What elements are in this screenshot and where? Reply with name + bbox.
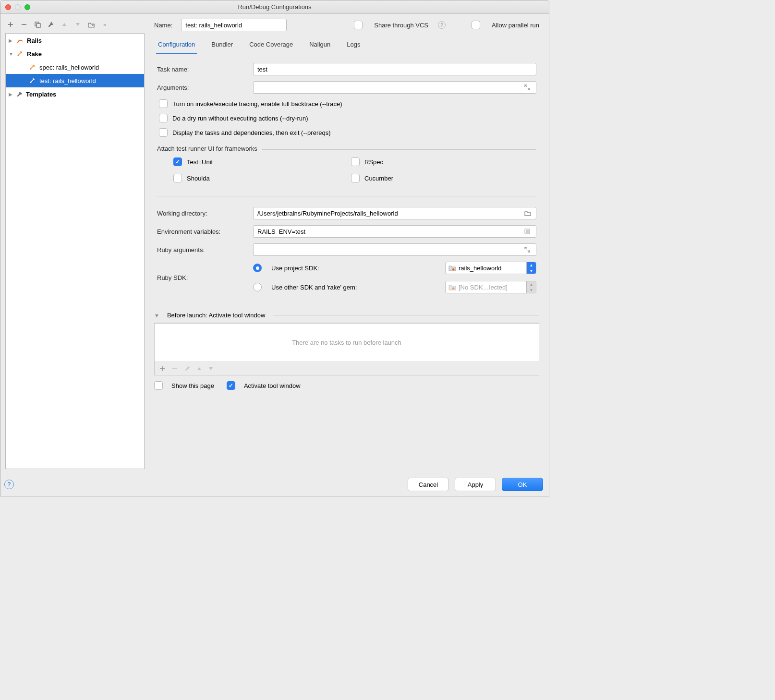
cancel-button[interactable]: Cancel [408,478,449,491]
use-project-sdk-radio[interactable] [253,264,262,272]
use-other-sdk-radio[interactable] [253,283,262,291]
activate-window-label: Activate tool window [244,382,301,389]
allow-parallel-checkbox[interactable] [472,21,480,29]
tree-label: test: rails_helloworld [39,77,96,84]
down-icon[interactable] [74,21,81,28]
tree-node-templates[interactable]: ▶ Templates [6,87,144,101]
config-tree: ▶ Rails ▼ Rake spec: rails_helloworld te… [5,33,145,469]
cucumber-label: Cucumber [364,175,393,182]
shoulda-label: Shoulda [187,175,210,182]
chevron-down-icon[interactable]: ▼ [154,313,159,318]
name-input[interactable] [181,19,287,31]
share-vcs-checkbox[interactable] [354,21,363,29]
other-sdk-value: [No SDK…lected] [459,284,508,291]
show-page-checkbox[interactable] [154,381,163,390]
use-project-sdk-label: Use project SDK: [271,265,319,272]
tab-nailgun[interactable]: Nailgun [307,38,332,54]
rake-icon [29,63,36,71]
trace-label: Turn on invoke/execute tracing, enable f… [172,100,342,108]
tab-logs[interactable]: Logs [345,38,362,54]
tree-node-test[interactable]: test: rails_helloworld [6,74,144,87]
rubyargs-label: Ruby arguments: [157,246,253,253]
before-launch-panel: There are no tasks to run before launch [154,323,539,375]
attach-frameworks-legend: Attach test runner UI for frameworks [157,145,262,152]
env-input[interactable] [254,227,524,236]
rubyargs-input[interactable] [254,245,524,254]
rspec-checkbox[interactable] [351,157,360,166]
project-sdk-value: rails_helloworld [459,265,502,272]
svg-rect-1 [36,24,40,27]
add-icon[interactable] [159,366,165,372]
prereqs-checkbox[interactable] [159,128,168,137]
wrench-icon [16,91,23,97]
rails-icon [16,36,24,44]
trace-checkbox[interactable] [159,99,168,108]
before-launch-title: Before launch: Activate tool window [167,312,266,319]
expand-icon[interactable] [524,84,536,90]
tree-label: spec: rails_helloworld [39,64,99,71]
dryrun-label: Do a dry run without executing actions (… [172,115,308,122]
tree-label: Rake [27,50,42,58]
name-label: Name: [154,22,172,29]
other-sdk-select: [No SDK…lected] ▲▼ [445,281,536,293]
folder-ruby-icon [448,265,456,271]
tree-label: Rails [27,37,42,44]
wrench-icon[interactable] [48,21,54,28]
add-icon[interactable] [7,21,14,28]
share-vcs-label: Share through VCS [374,22,428,29]
tree-node-rake[interactable]: ▼ Rake [6,47,144,60]
use-other-sdk-label: Use other SDK and 'rake' gem: [271,284,357,291]
rspec-label: RSpec [364,158,383,166]
tab-code-coverage[interactable]: Code Coverage [247,38,295,54]
task-name-label: Task name: [157,66,253,73]
tab-bundler[interactable]: Bundler [209,38,235,54]
tree-label: Templates [26,91,56,98]
tab-configuration[interactable]: Configuration [156,38,197,54]
down-icon[interactable] [208,367,213,371]
copy-icon[interactable] [34,21,41,28]
up-icon[interactable] [197,367,202,371]
up-icon[interactable] [61,21,68,28]
tabs: Configuration Bundler Code Coverage Nail… [154,35,539,54]
show-page-label: Show this page [171,382,214,389]
more-icon[interactable]: » [101,21,108,28]
testunit-checkbox[interactable] [173,157,182,166]
activate-window-checkbox[interactable] [227,381,235,390]
cucumber-checkbox[interactable] [351,174,360,182]
edit-icon[interactable] [184,366,190,372]
ok-button[interactable]: OK [502,478,543,491]
workdir-input[interactable] [254,209,524,218]
browse-folder-icon[interactable] [524,210,536,216]
shoulda-checkbox[interactable] [173,174,182,182]
tree-node-spec[interactable]: spec: rails_helloworld [6,60,144,74]
dryrun-checkbox[interactable] [159,114,168,122]
arguments-input-wrap [253,81,536,94]
help-button[interactable]: ? [4,480,14,489]
testunit-label: Test::Unit [187,158,213,166]
rake-icon [16,50,24,58]
help-icon[interactable]: ? [438,21,446,29]
project-sdk-select[interactable]: rails_helloworld ▲▼ [445,262,536,274]
workdir-label: Working directory: [157,210,253,217]
prereqs-label: Display the tasks and dependencies, then… [172,129,331,136]
remove-icon[interactable] [21,21,27,28]
apply-button[interactable]: Apply [455,478,496,491]
tree-node-rails[interactable]: ▶ Rails [6,34,144,47]
arguments-label: Arguments: [157,84,253,91]
list-icon[interactable] [524,229,536,234]
sdk-label: Ruby SDK: [157,274,253,281]
remove-icon[interactable] [172,366,178,372]
rake-icon [29,77,36,84]
expand-icon[interactable] [524,247,536,253]
before-launch-empty: There are no tasks to run before launch [155,323,539,362]
task-name-input[interactable] [253,63,536,75]
titlebar: Run/Debug Configurations [0,0,549,14]
window-title: Run/Debug Configurations [0,3,549,11]
allow-parallel-label: Allow parallel run [492,22,539,29]
env-label: Environment variables: [157,228,253,235]
sidebar-toolbar: » [5,19,145,33]
folder-ruby-icon [448,284,456,290]
folder-icon[interactable] [88,21,95,28]
arguments-input[interactable] [254,83,524,92]
